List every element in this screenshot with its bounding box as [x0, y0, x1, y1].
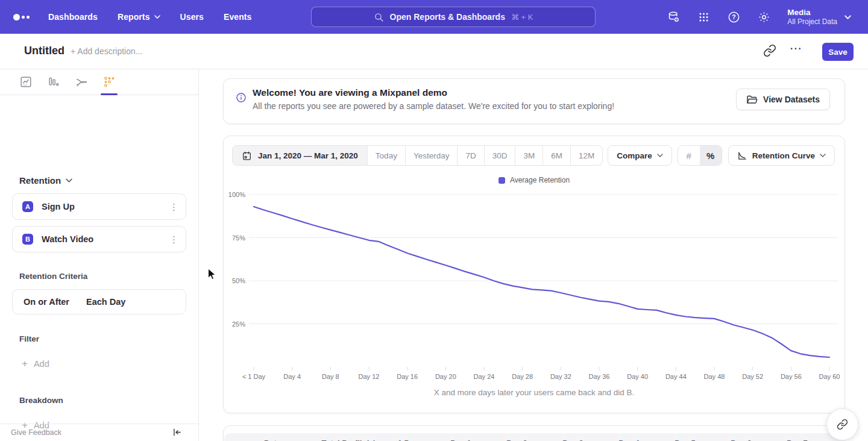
project-switcher[interactable]: Media All Project Data	[787, 7, 851, 27]
welcome-banner: Welcome! You are viewing a Mixpanel demo…	[223, 78, 845, 124]
svg-text:Day 16: Day 16	[397, 373, 418, 380]
logo-dot	[13, 14, 20, 20]
svg-text:Day 8: Day 8	[322, 373, 339, 380]
nav-dashboards[interactable]: Dashboards	[48, 12, 98, 22]
mixpanel-logo[interactable]	[13, 0, 30, 34]
retention-chart[interactable]: 100%75%50%25%< 1 DayDay 4Day 8Day 12Day …	[224, 187, 846, 386]
chevron-down-icon	[66, 178, 72, 183]
table-header-cell[interactable]: Day 7	[769, 439, 825, 441]
give-feedback-link[interactable]: Give Feedback	[11, 428, 61, 437]
date-controls: Jan 1, 2020 — Mar 1, 2020 TodayYesterday…	[232, 145, 672, 166]
svg-text:Day 24: Day 24	[474, 373, 495, 380]
logo-dot	[27, 16, 30, 19]
filter-heading: Filter	[19, 334, 39, 343]
quick-range-button[interactable]: 7D	[457, 146, 483, 165]
percent-toggle-button[interactable]: %	[700, 146, 722, 165]
quick-range-button[interactable]: Yesterday	[405, 146, 458, 165]
table-header-cell[interactable]: Day 3	[545, 439, 601, 441]
project-scope: All Project Data	[787, 17, 837, 27]
compare-button[interactable]: Compare	[608, 145, 672, 166]
search-placeholder: Open Reports & Dashboards	[390, 12, 505, 22]
nav-users[interactable]: Users	[180, 12, 204, 22]
view-datasets-button[interactable]: View Datasets	[736, 89, 830, 110]
floating-link-button[interactable]	[826, 408, 858, 440]
apps-grid-icon[interactable]	[697, 10, 710, 23]
view-datasets-label: View Datasets	[763, 95, 820, 104]
nav-events[interactable]: Events	[224, 12, 252, 22]
table-header-cell[interactable]: Day 6	[713, 439, 769, 441]
step-card-b[interactable]: B Watch Video ⋮	[12, 226, 186, 252]
svg-text:25%: 25%	[232, 321, 245, 328]
svg-text:100%: 100%	[228, 191, 245, 198]
breakdown-heading: Breakdown	[19, 396, 63, 405]
date-range-button[interactable]: Jan 1, 2020 — Mar 1, 2020	[233, 146, 367, 165]
retention-section-label: Retention	[19, 175, 61, 186]
retention-report-card: Jan 1, 2020 — Mar 1, 2020 TodayYesterday…	[223, 136, 845, 413]
table-header-cell[interactable]: Day 5	[657, 439, 713, 441]
svg-text:Day 52: Day 52	[742, 373, 763, 380]
view-controls: # % Retention Curve	[678, 145, 835, 166]
tab-funnels-icon[interactable]	[45, 73, 63, 91]
svg-text:Day 44: Day 44	[665, 373, 687, 380]
quick-range-button[interactable]: 6M	[542, 146, 570, 165]
quick-range-button[interactable]: 3M	[515, 146, 542, 165]
svg-text:50%: 50%	[232, 277, 245, 284]
date-range-label: Jan 1, 2020 — Mar 1, 2020	[258, 151, 358, 160]
logo-dot	[22, 16, 25, 19]
retention-curve-icon	[737, 151, 747, 161]
value-format-toggle: # %	[678, 145, 722, 166]
svg-text:< 1 Day: < 1 Day	[242, 373, 266, 380]
legend-swatch	[498, 177, 505, 184]
data-management-icon[interactable]	[667, 10, 680, 23]
kebab-menu-icon[interactable]: ⋮	[169, 202, 178, 211]
criteria-occurrence[interactable]: On or After	[24, 297, 69, 307]
link-icon	[837, 419, 848, 430]
report-description-placeholder[interactable]: + Add description...	[71, 46, 142, 56]
more-options-icon[interactable]: ⋯	[790, 41, 802, 55]
filter-add-button[interactable]: + Add	[22, 358, 49, 369]
tab-retention-icon[interactable]	[100, 73, 118, 91]
table-header-cell[interactable]: < 1 Day	[377, 439, 433, 441]
table-header-cell[interactable]: Day 2	[489, 439, 545, 441]
svg-text:Day 28: Day 28	[512, 373, 533, 380]
collapse-sidebar-icon[interactable]	[172, 427, 183, 438]
svg-text:Day 12: Day 12	[359, 373, 380, 380]
settings-gear-icon[interactable]	[757, 10, 770, 23]
folder-icon	[746, 94, 758, 105]
kebab-menu-icon[interactable]: ⋮	[169, 235, 178, 244]
help-icon[interactable]: ?	[727, 10, 740, 23]
filter-add-label: Add	[34, 359, 49, 369]
chart-type-button[interactable]: Retention Curve	[728, 145, 835, 166]
tab-flows-icon[interactable]	[72, 73, 90, 91]
tab-insights-icon[interactable]	[17, 73, 35, 91]
copy-link-icon[interactable]	[763, 44, 778, 58]
nav-reports-label: Reports	[118, 12, 150, 22]
step-card-a[interactable]: A Sign Up ⋮	[12, 193, 186, 220]
quick-range-button[interactable]: Today	[367, 146, 405, 165]
nav-reports[interactable]: Reports	[118, 12, 160, 22]
retention-section-toggle[interactable]: Retention	[19, 175, 72, 186]
search-icon	[374, 12, 384, 22]
search-shortcut: ⌘ + K	[511, 13, 533, 22]
step-label-a: Sign Up	[42, 202, 75, 211]
save-button[interactable]: Save	[822, 43, 854, 61]
table-header-cell[interactable]: Total Profile(s)	[321, 439, 377, 441]
global-search[interactable]: Open Reports & Dashboards ⌘ + K	[311, 7, 596, 27]
quick-range-button[interactable]: 12M	[570, 146, 602, 165]
report-title[interactable]: Untitled	[24, 45, 64, 57]
calendar-icon	[242, 151, 252, 161]
quick-range-group: TodayYesterday7D30D3M6M12M	[367, 146, 602, 165]
chevron-down-icon	[657, 154, 663, 157]
count-toggle-button[interactable]: #	[678, 146, 700, 165]
quick-range-button[interactable]: 30D	[484, 146, 515, 165]
chevron-down-icon	[154, 15, 160, 19]
criteria-interval[interactable]: Each Day	[86, 297, 125, 307]
chevron-down-icon	[844, 15, 851, 19]
date-range-segmented-control: Jan 1, 2020 — Mar 1, 2020 TodayYesterday…	[232, 145, 603, 166]
retention-criteria-control[interactable]: On or After Each Day	[12, 289, 186, 314]
table-header-cell[interactable]: Day 1	[433, 439, 489, 441]
project-name: Media	[787, 7, 837, 17]
table-header-cell[interactable]: Data	[224, 439, 321, 441]
table-header-cell[interactable]: Day 4	[601, 439, 657, 441]
mixpanel-app: Dashboards Reports Users Events Open Rep…	[0, 0, 868, 441]
